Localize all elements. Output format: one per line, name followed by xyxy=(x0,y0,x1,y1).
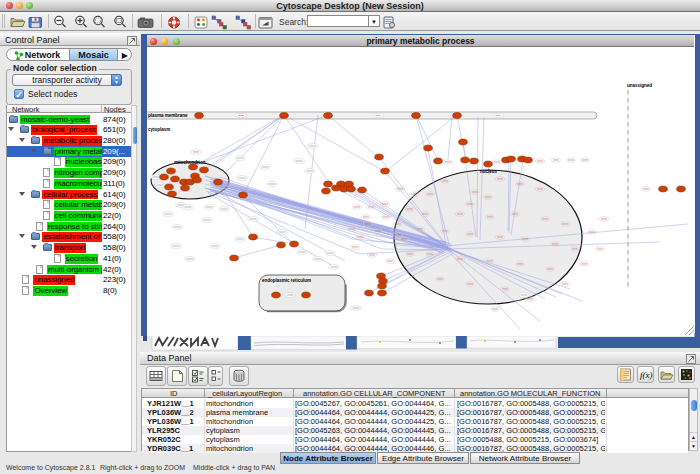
svg-text:mitochondrion: mitochondrion xyxy=(174,160,206,165)
svg-text:cytoplasm: cytoplasm xyxy=(148,127,170,132)
svg-text:unassigned: unassigned xyxy=(627,83,652,88)
svg-text:plasma membrane: plasma membrane xyxy=(148,113,188,118)
svg-text:nucleus: nucleus xyxy=(480,169,498,174)
svg-text:endoplasmic reticulum: endoplasmic reticulum xyxy=(262,278,311,283)
svg-text:f(x): f(x) xyxy=(640,370,653,380)
